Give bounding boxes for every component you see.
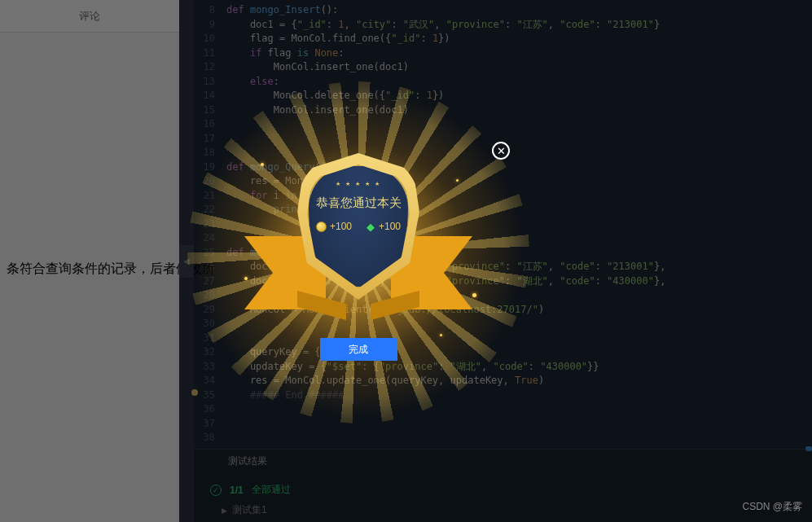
shield-inner: ★ ★ ★ ★ ★ 恭喜您通过本关 +100 ◆ +100	[307, 164, 410, 288]
particle	[456, 179, 459, 182]
coin-reward: +100	[316, 221, 352, 232]
stars-decoration: ★ ★ ★ ★ ★	[336, 181, 381, 187]
coin-icon	[316, 222, 327, 232]
gem-reward: ◆ +100	[365, 221, 401, 232]
close-button[interactable]: ✕	[492, 142, 510, 160]
done-button[interactable]: 完成	[320, 338, 397, 361]
particle	[472, 293, 476, 297]
gem-amount: +100	[379, 221, 401, 232]
success-title: 恭喜您通过本关	[316, 195, 402, 211]
close-icon: ✕	[497, 145, 506, 157]
score-row: +100 ◆ +100	[316, 221, 401, 232]
achievement-badge: ★ ★ ★ ★ ★ 恭喜您通过本关 +100 ◆ +100	[273, 147, 444, 318]
particle	[440, 334, 442, 336]
success-modal: ✕ ★ ★ ★ ★ ★ 恭喜您通过本关 +100 ◆ +100	[228, 130, 489, 361]
gem-icon: ◆	[365, 222, 375, 232]
csdn-watermark: CSDN @柔雾	[742, 500, 802, 514]
particle	[261, 163, 264, 166]
coin-amount: +100	[330, 221, 352, 232]
